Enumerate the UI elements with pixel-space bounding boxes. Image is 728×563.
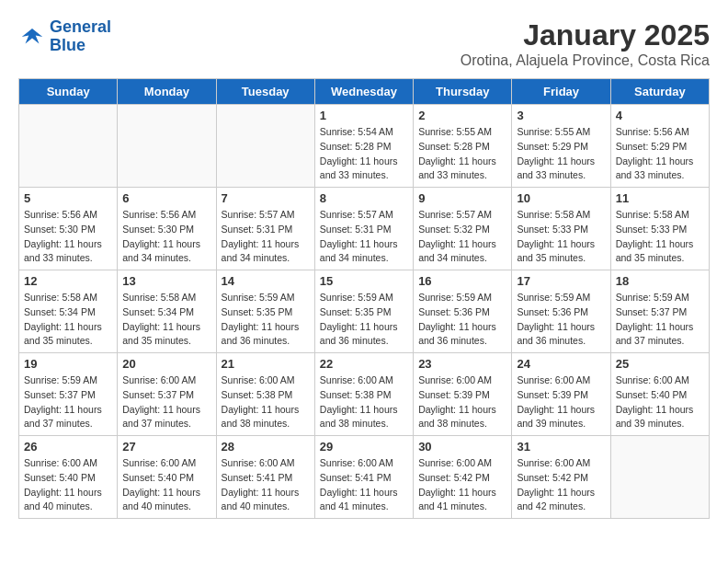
day-info: Sunrise: 6:00 AM Sunset: 5:39 PM Dayligh…: [517, 373, 605, 431]
day-number: 8: [320, 191, 408, 205]
day-number: 26: [24, 440, 112, 454]
calendar-cell: [19, 105, 118, 188]
weekday-header-wednesday: Wednesday: [314, 79, 413, 105]
day-info: Sunrise: 5:59 AM Sunset: 5:36 PM Dayligh…: [418, 291, 506, 349]
day-number: 14: [222, 274, 310, 288]
calendar-cell: 11Sunrise: 5:58 AM Sunset: 5:33 PM Dayli…: [610, 188, 709, 270]
calendar-cell: [216, 105, 314, 188]
day-info: Sunrise: 5:59 AM Sunset: 5:35 PM Dayligh…: [320, 291, 408, 349]
day-number: 2: [418, 109, 506, 122]
weekday-header-sunday: Sunday: [19, 79, 118, 105]
day-number: 5: [24, 191, 112, 205]
calendar-cell: 26Sunrise: 6:00 AM Sunset: 5:40 PM Dayli…: [19, 436, 118, 519]
calendar-table: SundayMondayTuesdayWednesdayThursdayFrid…: [18, 78, 710, 519]
calendar-cell: 8Sunrise: 5:57 AM Sunset: 5:31 PM Daylig…: [314, 188, 413, 270]
day-number: 29: [320, 440, 408, 454]
day-info: Sunrise: 5:58 AM Sunset: 5:33 PM Dayligh…: [616, 208, 704, 266]
calendar-cell: 25Sunrise: 6:00 AM Sunset: 5:40 PM Dayli…: [610, 353, 709, 436]
logo-text: General Blue: [50, 18, 111, 55]
calendar-cell: 10Sunrise: 5:58 AM Sunset: 5:33 PM Dayli…: [512, 188, 610, 270]
day-info: Sunrise: 6:00 AM Sunset: 5:40 PM Dayligh…: [122, 456, 210, 514]
day-info: Sunrise: 5:57 AM Sunset: 5:31 PM Dayligh…: [222, 208, 310, 266]
calendar-cell: 9Sunrise: 5:57 AM Sunset: 5:32 PM Daylig…: [414, 188, 512, 270]
calendar-cell: 23Sunrise: 6:00 AM Sunset: 5:39 PM Dayli…: [414, 353, 512, 436]
calendar-week-row: 19Sunrise: 5:59 AM Sunset: 5:37 PM Dayli…: [19, 353, 710, 436]
weekday-header-monday: Monday: [118, 79, 216, 105]
calendar-cell: 18Sunrise: 5:59 AM Sunset: 5:37 PM Dayli…: [610, 270, 709, 353]
day-number: 17: [517, 274, 605, 288]
calendar-week-row: 1Sunrise: 5:54 AM Sunset: 5:28 PM Daylig…: [19, 105, 710, 188]
day-number: 28: [222, 440, 310, 454]
day-number: 25: [616, 357, 704, 371]
calendar-cell: 29Sunrise: 6:00 AM Sunset: 5:41 PM Dayli…: [314, 436, 413, 519]
weekday-header-saturday: Saturday: [610, 79, 709, 105]
calendar-cell: 4Sunrise: 5:56 AM Sunset: 5:29 PM Daylig…: [610, 105, 709, 188]
calendar-cell: 30Sunrise: 6:00 AM Sunset: 5:42 PM Dayli…: [414, 436, 512, 519]
calendar-cell: 12Sunrise: 5:58 AM Sunset: 5:34 PM Dayli…: [19, 270, 118, 353]
day-number: 13: [122, 274, 210, 288]
day-info: Sunrise: 5:59 AM Sunset: 5:37 PM Dayligh…: [24, 373, 112, 431]
weekday-header-row: SundayMondayTuesdayWednesdayThursdayFrid…: [19, 79, 710, 105]
calendar-cell: 16Sunrise: 5:59 AM Sunset: 5:36 PM Dayli…: [414, 270, 512, 353]
weekday-header-thursday: Thursday: [414, 79, 512, 105]
svg-marker-0: [22, 29, 43, 44]
calendar-cell: 19Sunrise: 5:59 AM Sunset: 5:37 PM Dayli…: [19, 353, 118, 436]
calendar-cell: 7Sunrise: 5:57 AM Sunset: 5:31 PM Daylig…: [216, 188, 314, 270]
calendar-cell: 2Sunrise: 5:55 AM Sunset: 5:28 PM Daylig…: [414, 105, 512, 188]
day-info: Sunrise: 5:59 AM Sunset: 5:36 PM Dayligh…: [517, 291, 605, 349]
calendar-cell: 3Sunrise: 5:55 AM Sunset: 5:29 PM Daylig…: [512, 105, 610, 188]
calendar-cell: [118, 105, 216, 188]
day-number: 21: [222, 357, 310, 371]
day-number: 20: [122, 357, 210, 371]
day-number: 30: [418, 440, 506, 454]
day-info: Sunrise: 5:56 AM Sunset: 5:30 PM Dayligh…: [24, 208, 112, 266]
day-info: Sunrise: 5:54 AM Sunset: 5:28 PM Dayligh…: [320, 125, 408, 183]
calendar-cell: 15Sunrise: 5:59 AM Sunset: 5:35 PM Dayli…: [314, 270, 413, 353]
day-info: Sunrise: 5:55 AM Sunset: 5:29 PM Dayligh…: [517, 125, 605, 183]
calendar-cell: 17Sunrise: 5:59 AM Sunset: 5:36 PM Dayli…: [512, 270, 610, 353]
calendar-cell: 22Sunrise: 6:00 AM Sunset: 5:38 PM Dayli…: [314, 353, 413, 436]
day-info: Sunrise: 6:00 AM Sunset: 5:39 PM Dayligh…: [418, 373, 506, 431]
calendar-cell: 13Sunrise: 5:58 AM Sunset: 5:34 PM Dayli…: [118, 270, 216, 353]
day-number: 12: [24, 274, 112, 288]
calendar-week-row: 5Sunrise: 5:56 AM Sunset: 5:30 PM Daylig…: [19, 188, 710, 270]
day-info: Sunrise: 6:00 AM Sunset: 5:37 PM Dayligh…: [122, 373, 210, 431]
day-number: 7: [222, 191, 310, 205]
day-number: 4: [616, 109, 704, 122]
day-number: 10: [517, 191, 605, 205]
calendar-cell: 20Sunrise: 6:00 AM Sunset: 5:37 PM Dayli…: [118, 353, 216, 436]
day-info: Sunrise: 5:58 AM Sunset: 5:33 PM Dayligh…: [517, 208, 605, 266]
day-number: 6: [122, 191, 210, 205]
calendar-cell: 6Sunrise: 5:56 AM Sunset: 5:30 PM Daylig…: [118, 188, 216, 270]
title-area: January 2025 Orotina, Alajuela Province,…: [461, 18, 710, 69]
logo-icon: [18, 23, 46, 51]
calendar-cell: 31Sunrise: 6:00 AM Sunset: 5:42 PM Dayli…: [512, 436, 610, 519]
month-title: January 2025: [461, 18, 710, 52]
day-info: Sunrise: 5:56 AM Sunset: 5:29 PM Dayligh…: [616, 125, 704, 183]
day-number: 27: [122, 440, 210, 454]
day-info: Sunrise: 5:59 AM Sunset: 5:35 PM Dayligh…: [222, 291, 310, 349]
day-info: Sunrise: 6:00 AM Sunset: 5:41 PM Dayligh…: [222, 456, 310, 514]
weekday-header-tuesday: Tuesday: [216, 79, 314, 105]
day-number: 31: [517, 440, 605, 454]
calendar-cell: 5Sunrise: 5:56 AM Sunset: 5:30 PM Daylig…: [19, 188, 118, 270]
day-info: Sunrise: 6:00 AM Sunset: 5:38 PM Dayligh…: [320, 373, 408, 431]
day-number: 19: [24, 357, 112, 371]
day-info: Sunrise: 5:58 AM Sunset: 5:34 PM Dayligh…: [24, 291, 112, 349]
calendar-cell: [610, 436, 709, 519]
weekday-header-friday: Friday: [512, 79, 610, 105]
location-title: Orotina, Alajuela Province, Costa Rica: [461, 52, 710, 69]
day-number: 16: [418, 274, 506, 288]
day-info: Sunrise: 6:00 AM Sunset: 5:40 PM Dayligh…: [616, 373, 704, 431]
day-number: 3: [517, 109, 605, 122]
day-info: Sunrise: 6:00 AM Sunset: 5:42 PM Dayligh…: [517, 456, 605, 514]
day-number: 22: [320, 357, 408, 371]
day-number: 18: [616, 274, 704, 288]
calendar-week-row: 26Sunrise: 6:00 AM Sunset: 5:40 PM Dayli…: [19, 436, 710, 519]
logo: General Blue: [18, 18, 111, 55]
calendar-cell: 1Sunrise: 5:54 AM Sunset: 5:28 PM Daylig…: [314, 105, 413, 188]
day-info: Sunrise: 5:55 AM Sunset: 5:28 PM Dayligh…: [418, 125, 506, 183]
day-number: 15: [320, 274, 408, 288]
calendar-cell: 14Sunrise: 5:59 AM Sunset: 5:35 PM Dayli…: [216, 270, 314, 353]
calendar-cell: 24Sunrise: 6:00 AM Sunset: 5:39 PM Dayli…: [512, 353, 610, 436]
